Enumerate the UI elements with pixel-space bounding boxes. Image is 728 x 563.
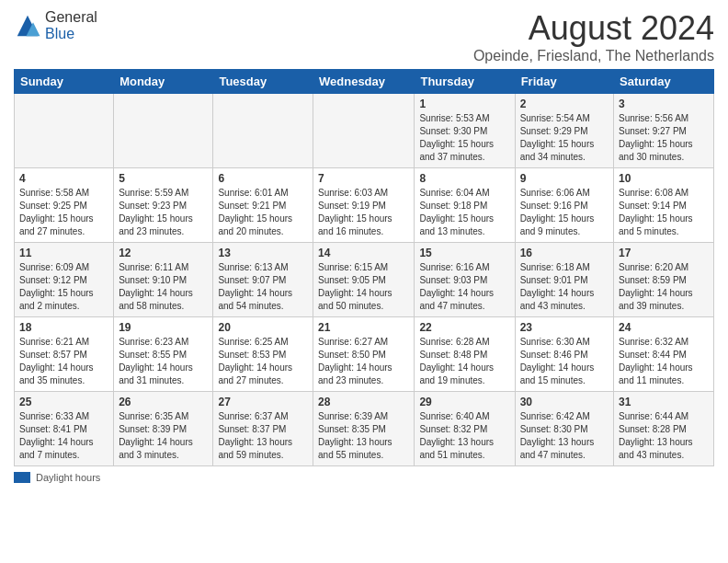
day-info: Sunrise: 6:27 AM Sunset: 8:50 PM Dayligh… <box>318 336 409 387</box>
day-number: 2 <box>520 98 609 110</box>
day-number: 4 <box>19 172 108 185</box>
calendar-cell <box>313 94 415 168</box>
day-info: Sunrise: 6:15 AM Sunset: 9:05 PM Dayligh… <box>318 261 409 313</box>
day-info: Sunrise: 6:35 AM Sunset: 8:39 PM Dayligh… <box>119 410 208 462</box>
day-number: 31 <box>619 396 709 408</box>
day-info: Sunrise: 5:58 AM Sunset: 9:25 PM Dayligh… <box>19 187 108 238</box>
calendar-cell: 26Sunrise: 6:35 AM Sunset: 8:39 PM Dayli… <box>114 392 213 466</box>
calendar-cell: 24Sunrise: 6:32 AM Sunset: 8:44 PM Dayli… <box>614 317 714 392</box>
weekday-header-saturday: Saturday <box>614 70 714 94</box>
day-number: 3 <box>619 98 709 110</box>
calendar-cell: 17Sunrise: 6:20 AM Sunset: 8:59 PM Dayli… <box>614 243 714 317</box>
calendar-cell: 31Sunrise: 6:44 AM Sunset: 8:28 PM Dayli… <box>614 392 714 466</box>
day-info: Sunrise: 6:18 AM Sunset: 9:01 PM Dayligh… <box>520 261 609 313</box>
day-info: Sunrise: 6:04 AM Sunset: 9:18 PM Dayligh… <box>419 187 509 238</box>
day-number: 11 <box>19 247 108 259</box>
logo-blue-text: Blue <box>45 26 74 41</box>
title-block: August 2024 Opeinde, Friesland, The Neth… <box>473 9 714 64</box>
day-info: Sunrise: 6:08 AM Sunset: 9:14 PM Dayligh… <box>619 187 709 238</box>
day-number: 25 <box>19 396 108 408</box>
day-number: 13 <box>218 247 308 259</box>
legend-label: Daylight hours <box>36 472 100 483</box>
calendar-cell: 21Sunrise: 6:27 AM Sunset: 8:50 PM Dayli… <box>313 317 415 392</box>
calendar-cell: 13Sunrise: 6:13 AM Sunset: 9:07 PM Dayli… <box>213 243 313 317</box>
day-info: Sunrise: 5:54 AM Sunset: 9:29 PM Dayligh… <box>520 112 609 164</box>
day-info: Sunrise: 6:13 AM Sunset: 9:07 PM Dayligh… <box>218 261 308 313</box>
day-number: 9 <box>520 172 609 185</box>
calendar-cell: 3Sunrise: 5:56 AM Sunset: 9:27 PM Daylig… <box>614 94 714 168</box>
day-number: 16 <box>520 247 609 259</box>
calendar-cell: 20Sunrise: 6:25 AM Sunset: 8:53 PM Dayli… <box>213 317 313 392</box>
calendar: SundayMondayTuesdayWednesdayThursdayFrid… <box>14 69 714 466</box>
calendar-cell: 16Sunrise: 6:18 AM Sunset: 9:01 PM Dayli… <box>515 243 613 317</box>
weekday-header-monday: Monday <box>114 70 213 94</box>
day-info: Sunrise: 6:37 AM Sunset: 8:37 PM Dayligh… <box>218 410 308 462</box>
calendar-cell: 23Sunrise: 6:30 AM Sunset: 8:46 PM Dayli… <box>515 317 613 392</box>
calendar-cell <box>114 94 213 168</box>
day-number: 19 <box>119 321 208 334</box>
day-info: Sunrise: 6:30 AM Sunset: 8:46 PM Dayligh… <box>520 336 609 387</box>
day-info: Sunrise: 6:21 AM Sunset: 8:57 PM Dayligh… <box>19 336 108 387</box>
day-number: 26 <box>119 396 208 408</box>
day-number: 20 <box>218 321 308 334</box>
calendar-cell: 22Sunrise: 6:28 AM Sunset: 8:48 PM Dayli… <box>415 317 515 392</box>
day-number: 1 <box>419 98 509 110</box>
calendar-cell: 8Sunrise: 6:04 AM Sunset: 9:18 PM Daylig… <box>415 168 515 243</box>
logo: General Blue <box>14 9 97 42</box>
day-info: Sunrise: 6:33 AM Sunset: 8:41 PM Dayligh… <box>19 410 108 462</box>
day-number: 8 <box>419 172 509 185</box>
calendar-cell: 11Sunrise: 6:09 AM Sunset: 9:12 PM Dayli… <box>15 243 114 317</box>
day-info: Sunrise: 6:44 AM Sunset: 8:28 PM Dayligh… <box>619 410 709 462</box>
day-number: 7 <box>318 172 409 185</box>
calendar-cell: 6Sunrise: 6:01 AM Sunset: 9:21 PM Daylig… <box>213 168 313 243</box>
calendar-week-1: 1Sunrise: 5:53 AM Sunset: 9:30 PM Daylig… <box>15 94 714 168</box>
day-info: Sunrise: 6:25 AM Sunset: 8:53 PM Dayligh… <box>218 336 308 387</box>
logo-icon <box>14 12 41 40</box>
day-number: 22 <box>419 321 509 334</box>
weekday-header-tuesday: Tuesday <box>213 70 313 94</box>
calendar-cell: 2Sunrise: 5:54 AM Sunset: 9:29 PM Daylig… <box>515 94 613 168</box>
day-info: Sunrise: 6:11 AM Sunset: 9:10 PM Dayligh… <box>119 261 208 313</box>
day-info: Sunrise: 6:23 AM Sunset: 8:55 PM Dayligh… <box>119 336 208 387</box>
calendar-cell: 19Sunrise: 6:23 AM Sunset: 8:55 PM Dayli… <box>114 317 213 392</box>
calendar-cell: 27Sunrise: 6:37 AM Sunset: 8:37 PM Dayli… <box>213 392 313 466</box>
calendar-cell: 4Sunrise: 5:58 AM Sunset: 9:25 PM Daylig… <box>15 168 114 243</box>
day-number: 14 <box>318 247 409 259</box>
calendar-cell <box>15 94 114 168</box>
day-info: Sunrise: 5:53 AM Sunset: 9:30 PM Dayligh… <box>419 112 509 164</box>
day-info: Sunrise: 6:01 AM Sunset: 9:21 PM Dayligh… <box>218 187 308 238</box>
calendar-cell: 29Sunrise: 6:40 AM Sunset: 8:32 PM Dayli… <box>415 392 515 466</box>
weekday-header-wednesday: Wednesday <box>313 70 415 94</box>
calendar-cell: 14Sunrise: 6:15 AM Sunset: 9:05 PM Dayli… <box>313 243 415 317</box>
weekday-header-sunday: Sunday <box>15 70 114 94</box>
main-container: General Blue August 2024 Opeinde, Friesl… <box>0 0 728 488</box>
day-info: Sunrise: 6:16 AM Sunset: 9:03 PM Dayligh… <box>419 261 509 313</box>
day-number: 12 <box>119 247 208 259</box>
day-info: Sunrise: 6:09 AM Sunset: 9:12 PM Dayligh… <box>19 261 108 313</box>
day-number: 24 <box>619 321 709 334</box>
day-number: 6 <box>218 172 308 185</box>
day-number: 5 <box>119 172 208 185</box>
day-number: 10 <box>619 172 709 185</box>
calendar-cell: 12Sunrise: 6:11 AM Sunset: 9:10 PM Dayli… <box>114 243 213 317</box>
logo-text: General Blue <box>45 9 97 42</box>
calendar-header-row: SundayMondayTuesdayWednesdayThursdayFrid… <box>15 70 714 94</box>
calendar-cell <box>213 94 313 168</box>
day-info: Sunrise: 6:28 AM Sunset: 8:48 PM Dayligh… <box>419 336 509 387</box>
day-info: Sunrise: 6:42 AM Sunset: 8:30 PM Dayligh… <box>520 410 609 462</box>
calendar-cell: 18Sunrise: 6:21 AM Sunset: 8:57 PM Dayli… <box>15 317 114 392</box>
day-number: 17 <box>619 247 709 259</box>
calendar-week-5: 25Sunrise: 6:33 AM Sunset: 8:41 PM Dayli… <box>15 392 714 466</box>
day-number: 15 <box>419 247 509 259</box>
logo-general: General <box>45 9 97 25</box>
day-number: 28 <box>318 396 409 408</box>
weekday-header-thursday: Thursday <box>415 70 515 94</box>
day-number: 30 <box>520 396 609 408</box>
subtitle: Opeinde, Friesland, The Netherlands <box>473 48 714 64</box>
day-info: Sunrise: 5:56 AM Sunset: 9:27 PM Dayligh… <box>619 112 709 164</box>
calendar-cell: 25Sunrise: 6:33 AM Sunset: 8:41 PM Dayli… <box>15 392 114 466</box>
calendar-cell: 1Sunrise: 5:53 AM Sunset: 9:30 PM Daylig… <box>415 94 515 168</box>
legend: Daylight hours <box>14 472 714 483</box>
legend-box <box>14 472 30 483</box>
calendar-week-2: 4Sunrise: 5:58 AM Sunset: 9:25 PM Daylig… <box>15 168 714 243</box>
